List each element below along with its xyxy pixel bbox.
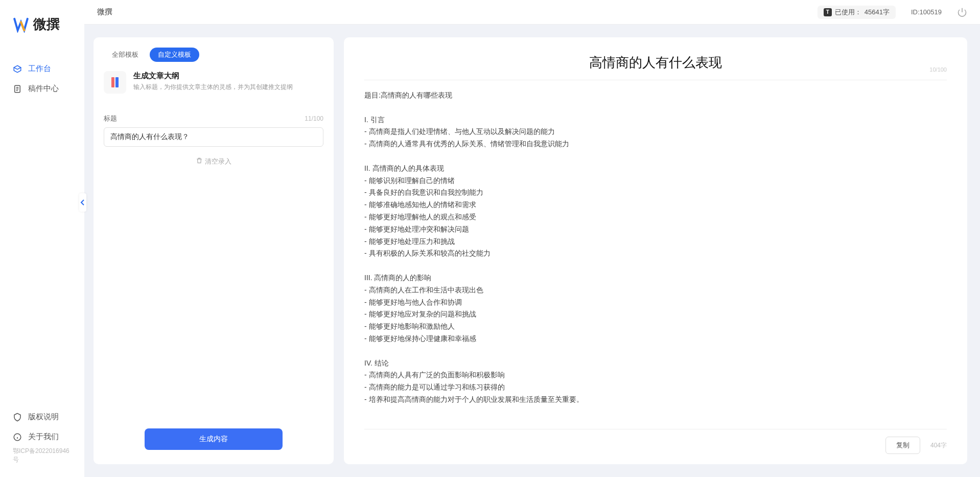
topbar: 微撰 T 已使用： 45641字 ID:100519 bbox=[84, 0, 980, 25]
template-title: 生成文章大纲 bbox=[133, 71, 293, 81]
title-char-limit: 10/100 bbox=[929, 66, 947, 73]
result-title: 高情商的人有什么表现 bbox=[364, 54, 947, 72]
clear-label: 清空录入 bbox=[205, 157, 231, 166]
copy-button[interactable]: 复制 bbox=[885, 437, 920, 454]
main: 微撰 T 已使用： 45641字 ID:100519 bbox=[84, 0, 980, 477]
document-icon bbox=[13, 84, 22, 94]
template-card: 生成文章大纲 输入标题，为你提供文章主体的灵感，并为其创建推文提纲 bbox=[94, 71, 334, 104]
usage-value: 45641字 bbox=[865, 8, 890, 17]
result-body: 题目:高情商的人有哪些表现 I. 引言 - 高情商是指人们处理情绪、与他人互动以… bbox=[364, 89, 947, 424]
template-icon bbox=[104, 71, 126, 94]
template-desc: 输入标题，为你提供文章主体的灵感，并为其创建推文提纲 bbox=[133, 83, 293, 92]
user-id: ID:100519 bbox=[911, 8, 942, 16]
logo: 微撰 bbox=[0, 15, 84, 59]
nav-item-label: 版权说明 bbox=[28, 412, 59, 422]
nav-item-docs[interactable]: 稿件中心 bbox=[0, 79, 84, 99]
icp-text: 鄂ICP备2022016946号 bbox=[0, 447, 84, 464]
nav: 工作台 稿件中心 bbox=[0, 59, 84, 407]
tab-all-templates[interactable]: 全部模板 bbox=[104, 48, 147, 62]
sidebar: 微撰 工作台 稿件中心 版权说明 bbox=[0, 0, 84, 477]
nav-item-label: 关于我们 bbox=[28, 432, 59, 442]
nav-item-workspace[interactable]: 工作台 bbox=[0, 59, 84, 79]
tabs: 全部模板 自定义模板 bbox=[94, 48, 334, 71]
title-label: 标题 bbox=[104, 114, 117, 123]
usage-prefix: 已使用： bbox=[835, 8, 861, 17]
result-panel: 高情商的人有什么表现 10/100 题目:高情商的人有哪些表现 I. 引言 - … bbox=[344, 37, 967, 464]
generate-button[interactable]: 生成内容 bbox=[145, 428, 283, 450]
title-input[interactable] bbox=[104, 127, 323, 147]
trash-icon bbox=[196, 157, 203, 164]
nav-item-copyright[interactable]: 版权说明 bbox=[0, 407, 84, 427]
workspace-icon bbox=[13, 64, 22, 74]
page-title: 微撰 bbox=[97, 7, 112, 17]
usage-badge[interactable]: T 已使用： 45641字 bbox=[818, 6, 896, 19]
result-char-count: 404字 bbox=[930, 441, 947, 450]
collapse-sidebar-handle[interactable] bbox=[79, 193, 86, 212]
clear-input-button[interactable]: 清空录入 bbox=[94, 147, 334, 176]
nav-item-label: 工作台 bbox=[28, 64, 51, 74]
input-panel: 全部模板 自定义模板 生成文章大纲 输入标题，为你提供文章主体的灵感，并为其创建… bbox=[94, 37, 334, 464]
power-icon[interactable] bbox=[957, 7, 967, 17]
nav-item-label: 稿件中心 bbox=[28, 84, 59, 94]
info-icon bbox=[13, 433, 22, 442]
logo-icon bbox=[13, 16, 29, 33]
logo-text: 微撰 bbox=[33, 15, 60, 33]
tab-custom-templates[interactable]: 自定义模板 bbox=[150, 48, 199, 62]
svg-marker-0 bbox=[14, 65, 21, 70]
title-count: 11/100 bbox=[305, 115, 323, 122]
t-icon: T bbox=[824, 8, 832, 16]
shield-icon bbox=[13, 413, 22, 422]
nav-item-about[interactable]: 关于我们 bbox=[0, 427, 84, 447]
